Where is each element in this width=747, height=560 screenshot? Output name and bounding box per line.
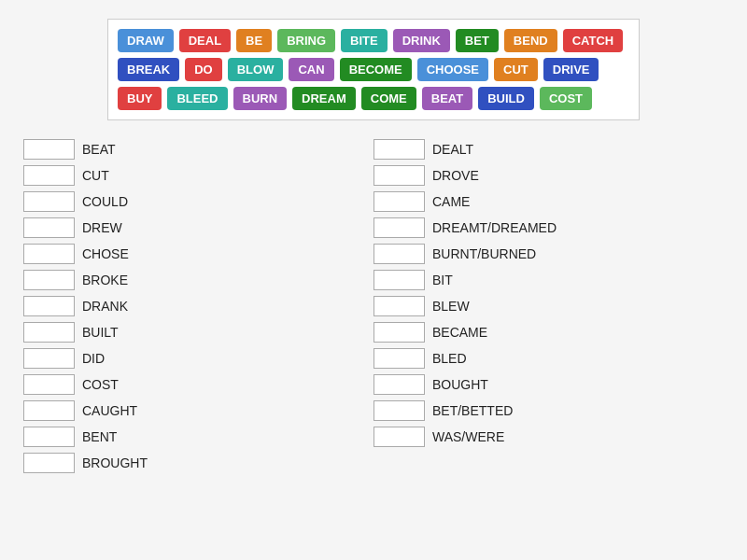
- answer-input-left-4[interactable]: [23, 244, 75, 264]
- answer-row: BEAT: [23, 139, 374, 160]
- answer-label: DEALT: [432, 142, 473, 157]
- answer-label: BLED: [432, 351, 467, 366]
- answer-row: BET/BETTED: [374, 400, 724, 421]
- left-column: BEATCUTCOULDDREWCHOSEBROKEDRANKBUILTDIDC…: [23, 139, 374, 473]
- answer-label: DREW: [82, 220, 122, 235]
- answer-row: COULD: [23, 191, 374, 212]
- answer-label: BUILT: [82, 325, 119, 340]
- word-chip-can[interactable]: CAN: [289, 58, 333, 81]
- word-chip-build[interactable]: BUILD: [478, 87, 534, 110]
- answer-input-left-7[interactable]: [23, 322, 75, 343]
- answer-label: DROVE: [432, 168, 479, 183]
- answer-input-left-5[interactable]: [23, 270, 75, 290]
- answer-row: CAUGHT: [23, 400, 374, 421]
- answer-input-left-10[interactable]: [23, 400, 75, 421]
- answer-input-left-3[interactable]: [23, 217, 75, 238]
- answer-row: CAME: [374, 191, 724, 212]
- answer-label: BIT: [432, 273, 453, 287]
- word-chip-become[interactable]: BECOME: [340, 58, 412, 81]
- word-chip-choose[interactable]: CHOOSE: [417, 58, 488, 81]
- word-chip-bend[interactable]: BEND: [504, 29, 557, 52]
- word-chip-deal[interactable]: DEAL: [179, 29, 231, 52]
- word-chip-beat[interactable]: BEAT: [422, 87, 472, 110]
- word-chip-burn[interactable]: BURN: [233, 87, 288, 110]
- answer-input-right-8[interactable]: [374, 348, 425, 369]
- answer-label: BEAT: [82, 142, 116, 157]
- answer-label: BROUGHT: [82, 455, 148, 470]
- answer-input-right-10[interactable]: [374, 400, 425, 421]
- answer-label: DREAMT/DREAMED: [432, 220, 557, 235]
- answer-input-right-1[interactable]: [374, 165, 425, 186]
- answer-input-left-12[interactable]: [23, 453, 75, 473]
- answer-row: DID: [23, 348, 374, 369]
- word-chip-draw[interactable]: DRAW: [118, 29, 174, 52]
- answer-row: BOUGHT: [374, 374, 724, 395]
- word-chip-bet[interactable]: BET: [456, 29, 499, 52]
- answer-row: BIT: [374, 270, 724, 290]
- answer-label: CHOSE: [82, 246, 129, 261]
- answer-input-left-1[interactable]: [23, 165, 75, 186]
- answer-input-right-5[interactable]: [374, 270, 425, 290]
- answer-input-left-6[interactable]: [23, 296, 75, 316]
- answer-row: BECAME: [374, 322, 724, 343]
- answer-row: COST: [23, 374, 374, 395]
- word-chip-blow[interactable]: BLOW: [228, 58, 284, 81]
- answer-label: COULD: [82, 194, 128, 209]
- answer-label: COST: [82, 377, 119, 392]
- answer-input-left-2[interactable]: [23, 191, 75, 212]
- word-chip-bite[interactable]: BITE: [341, 29, 388, 52]
- answer-input-left-9[interactable]: [23, 374, 75, 395]
- word-chip-come[interactable]: COME: [361, 87, 416, 110]
- word-chip-catch[interactable]: CATCH: [563, 29, 624, 52]
- answer-row: BUILT: [23, 322, 374, 343]
- answer-label: WAS/WERE: [432, 429, 504, 444]
- answer-label: BET/BETTED: [432, 403, 513, 418]
- answer-row: DREAMT/DREAMED: [374, 217, 724, 238]
- word-bank: DRAWDEALBEBRINGBITEDRINKBETBENDCATCHBREA…: [107, 19, 640, 120]
- answer-input-right-6[interactable]: [374, 296, 425, 316]
- answer-input-right-0[interactable]: [374, 139, 425, 160]
- answer-label: CAME: [432, 194, 470, 209]
- answer-label: BLEW: [432, 299, 470, 314]
- answer-row: BROUGHT: [23, 453, 374, 473]
- answer-row: BURNT/BURNED: [374, 244, 724, 264]
- answer-row: DRANK: [23, 296, 374, 316]
- answer-label: BROKE: [82, 273, 128, 287]
- answer-input-right-11[interactable]: [374, 427, 425, 447]
- answer-row: BLEW: [374, 296, 724, 316]
- answer-row: CHOSE: [23, 244, 374, 264]
- word-chip-bring[interactable]: BRING: [277, 29, 335, 52]
- answer-row: BLED: [374, 348, 724, 369]
- answer-label: BECAME: [432, 325, 487, 340]
- answer-row: CUT: [23, 165, 374, 186]
- answer-input-left-11[interactable]: [23, 427, 75, 447]
- answer-input-left-0[interactable]: [23, 139, 75, 160]
- answer-label: DID: [82, 351, 105, 366]
- answer-row: DROVE: [374, 165, 724, 186]
- word-chip-cut[interactable]: CUT: [494, 58, 538, 81]
- answer-input-right-2[interactable]: [374, 191, 425, 212]
- answer-row: DREW: [23, 217, 374, 238]
- word-chip-drive[interactable]: DRIVE: [543, 58, 599, 81]
- answer-input-right-9[interactable]: [374, 374, 425, 395]
- word-chip-cost[interactable]: COST: [540, 87, 592, 110]
- word-chip-dream[interactable]: DREAM: [292, 87, 356, 110]
- answers-section: BEATCUTCOULDDREWCHOSEBROKEDRANKBUILTDIDC…: [23, 139, 724, 473]
- answer-label: BURNT/BURNED: [432, 246, 536, 261]
- answer-input-right-4[interactable]: [374, 244, 425, 264]
- word-chip-drink[interactable]: DRINK: [393, 29, 450, 52]
- word-chip-break[interactable]: BREAK: [118, 58, 179, 81]
- word-chip-buy[interactable]: BUY: [118, 87, 162, 110]
- word-chip-be[interactable]: BE: [236, 29, 272, 52]
- answer-input-right-7[interactable]: [374, 322, 425, 343]
- answer-input-left-8[interactable]: [23, 348, 75, 369]
- answer-row: WAS/WERE: [374, 427, 724, 447]
- word-chip-do[interactable]: DO: [185, 58, 222, 81]
- answer-label: BOUGHT: [432, 377, 488, 392]
- answer-label: DRANK: [82, 299, 128, 314]
- answer-label: CUT: [82, 168, 109, 183]
- word-chip-bleed[interactable]: BLEED: [167, 87, 227, 110]
- answer-row: DEALT: [374, 139, 724, 160]
- answer-input-right-3[interactable]: [374, 217, 425, 238]
- answer-label: BENT: [82, 429, 117, 444]
